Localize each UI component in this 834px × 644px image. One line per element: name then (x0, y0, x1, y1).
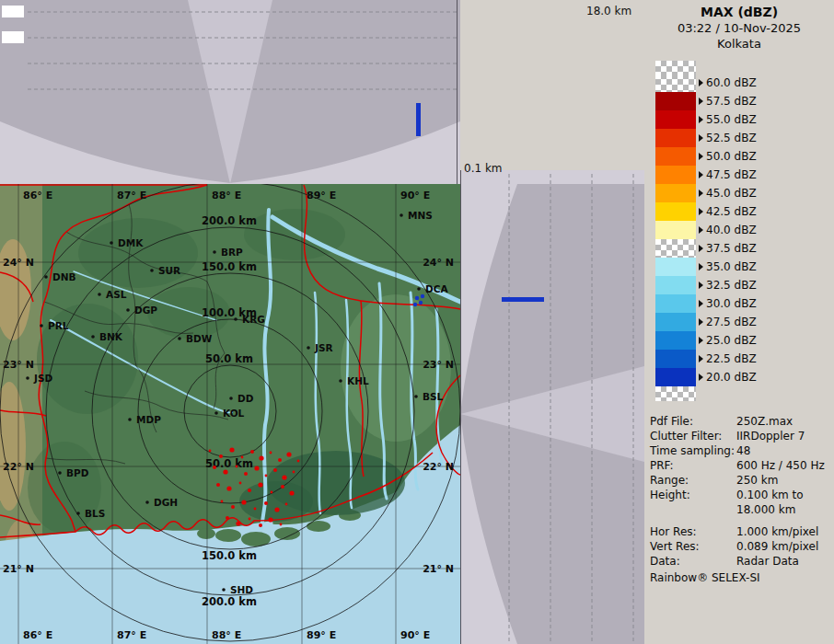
station-dot (126, 308, 130, 312)
boundary-speckle (209, 450, 212, 453)
boundary-speckle (213, 466, 216, 469)
legend-swatch (655, 350, 696, 368)
station-dot (44, 275, 48, 279)
boundary-speckle (236, 466, 238, 468)
legend-row: 20.0 dBZ (655, 368, 757, 386)
legend-dbz-label: 57.5 dBZ (706, 95, 757, 108)
boundary-speckle (258, 482, 262, 487)
legend-swatch (655, 221, 696, 239)
legend-arrow-icon (699, 98, 703, 105)
metadata-value: IIRDoppler 7 (736, 429, 805, 443)
product-title: MAX (dBZ) (644, 0, 834, 19)
longitude-label: 87° E (117, 190, 146, 201)
longitude-label: 90° E (400, 190, 430, 201)
legend-swatch (655, 239, 696, 258)
legend-dbz-label: 42.5 dBZ (706, 205, 757, 218)
legend-arrow-icon (699, 226, 703, 234)
metadata-rows: Pdf File:250Z.maxClutter Filter:IIRDoppl… (650, 414, 832, 569)
latitude-label: 22° N (423, 461, 454, 473)
metadata-row: Hor Res:1.000 km/pixel (650, 524, 832, 539)
metadata-row: Pdf File:250Z.max (650, 414, 832, 429)
station-dot (222, 588, 226, 592)
station-dot (400, 213, 403, 217)
legend-dbz-label: 30.0 dBZ (706, 297, 757, 310)
boundary-speckle (226, 516, 229, 520)
boundary-speckle (265, 475, 268, 477)
station-dot (110, 241, 113, 245)
map-island (274, 527, 300, 540)
metadata-value: 18.000 km (736, 502, 795, 517)
legend-swatch (655, 166, 696, 184)
range-ring-label: 50.0 km (205, 457, 253, 470)
station-label: DD (237, 393, 254, 404)
longitude-label: 86° E (23, 629, 52, 641)
product-datetime: 03:22 / 10-Nov-2025 (644, 21, 834, 35)
legend-row: 40.0 dBZ (655, 221, 757, 239)
product-metadata: Pdf File:250Z.maxClutter Filter:IIRDoppl… (650, 414, 832, 585)
boundary-speckle (223, 469, 227, 474)
metadata-value: 1.000 km/pixel (736, 524, 818, 539)
metadata-value: 250 km (736, 473, 778, 488)
station-label: BNK (99, 331, 123, 342)
radar-echo-dot (421, 294, 424, 298)
station-dot (307, 346, 310, 350)
legend-swatch (655, 202, 696, 221)
station-label: PRL (48, 320, 69, 331)
boundary-speckle (280, 523, 283, 526)
boundary-speckle (297, 460, 300, 463)
cross-section-side-svg (460, 170, 644, 644)
cross-side-echo (502, 297, 544, 302)
height-axis-min-label: 0.1 km (464, 162, 503, 175)
legend-row: 55.0 dBZ (655, 110, 757, 129)
legend-arrow-icon (699, 355, 703, 362)
legend-row: 37.5 dBZ (655, 239, 757, 258)
legend-swatch (655, 368, 696, 386)
legend-overflow-checker (655, 61, 696, 74)
legend-swatch (655, 258, 696, 276)
legend-swatch (655, 110, 696, 129)
latitude-label: 24° N (3, 257, 34, 269)
boundary-speckle (286, 452, 291, 456)
longitude-label: 88° E (212, 190, 241, 201)
latitude-label: 21° N (423, 563, 454, 575)
metadata-value: 0.100 km to (736, 488, 804, 502)
boundary-speckle (273, 468, 277, 472)
boundary-speckle (241, 456, 244, 459)
station-label: BSL (423, 391, 444, 402)
map-island (197, 528, 215, 539)
latitude-label: 22° N (3, 461, 34, 473)
cross-section-top-svg (0, 0, 460, 184)
legend-arrow-icon (699, 300, 703, 307)
station-label: JSR (314, 342, 333, 353)
dbz-color-scale: 60.0 dBZ57.5 dBZ55.0 dBZ52.5 dBZ50.0 dBZ… (655, 61, 757, 401)
cross-top-echo (416, 103, 421, 136)
metadata-gap (650, 517, 832, 524)
metadata-value: 0.089 km/pixel (736, 539, 818, 554)
station-dot (40, 324, 43, 328)
station-dot (417, 287, 421, 291)
metadata-label: Range: (650, 473, 736, 488)
metadata-row: Vert Res:0.089 km/pixel (650, 539, 832, 554)
boundary-speckle (285, 503, 288, 506)
station-label: JSD (33, 373, 52, 384)
latitude-label: 23° N (3, 359, 34, 371)
metadata-row: Clutter Filter:IIRDoppler 7 (650, 429, 832, 443)
map-island (307, 521, 330, 532)
longitude-label: 86° E (23, 190, 52, 201)
station-label: KRG (242, 314, 265, 325)
station-dot (91, 335, 95, 339)
station-dot (26, 376, 29, 380)
boundary-speckle (216, 483, 220, 487)
metadata-value: 48 (736, 443, 750, 458)
boundary-speckle (241, 500, 246, 504)
legend-row: 50.0 dBZ (655, 147, 757, 166)
software-brand: Rainbow® SELEX-SI (650, 570, 832, 585)
range-ring-label: 200.0 km (202, 214, 257, 227)
legend-arrow-icon (699, 190, 703, 197)
boundary-speckle (219, 454, 223, 458)
station-dot (58, 471, 62, 475)
legend-row: 30.0 dBZ (655, 294, 757, 313)
legend-underflow-checker (655, 386, 696, 401)
legend-arrow-icon (699, 116, 703, 123)
boundary-speckle (244, 472, 248, 476)
